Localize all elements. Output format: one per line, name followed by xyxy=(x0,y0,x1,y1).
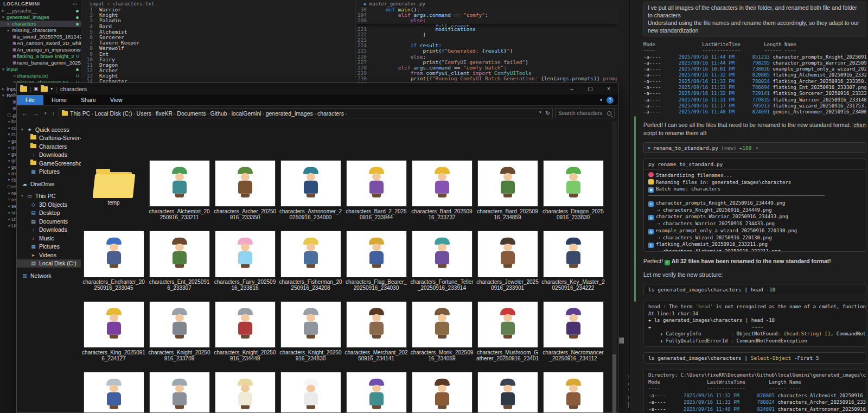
breadcrumb-segment[interactable]: generated_images xyxy=(264,110,315,117)
breadcrumb-segment[interactable]: localGemini xyxy=(230,110,263,117)
file-item[interactable]: characters_Enchanter_20250916_233045 xyxy=(81,227,146,298)
breadcrumb-segment[interactable]: This PC xyxy=(70,110,92,117)
tab-file[interactable]: File xyxy=(17,95,43,105)
file-item[interactable]: characters_Astronomer_20250916_234000 xyxy=(278,157,343,227)
properties-icon[interactable]: ▣ xyxy=(34,86,39,91)
explorer-titlebar[interactable]: | ▣ ▾ | characters – ▢ × xyxy=(17,83,618,94)
address-dropdown-icon[interactable]: ▾ xyxy=(539,110,541,116)
explorer-scrollbar[interactable] xyxy=(612,121,617,412)
nav-local-disk-c-[interactable]: ▤Local Disk (C:) xyxy=(17,259,81,268)
file-item[interactable]: characters_Knight_20250916_234449 xyxy=(212,298,278,368)
tree-item-generated-images[interactable]: ▾generated_images xyxy=(0,14,81,21)
breadcrumb-segment[interactable]: Documents xyxy=(175,110,207,117)
nav-craftoria-server-[interactable]: Craftoria-Server-✶ xyxy=(17,134,81,143)
file-item[interactable]: characters_Merchant_20250916_234141 xyxy=(343,298,409,368)
file-item[interactable]: characters_Flag_Bearer_20250916_234030 xyxy=(343,227,409,298)
file-item[interactable]: characters_Necromancer_20250916_234112 xyxy=(540,298,606,368)
file-item[interactable]: characters_Knight_20250916_233709 xyxy=(146,298,212,368)
tree-item-nano-banana-gemini-20250904-181256-[interactable]: ▦nano_banana_gemini_20250904_181256... xyxy=(0,60,81,66)
file-change-chip[interactable]: ◆rename_to_standard.py(new)+109• xyxy=(643,142,866,153)
command-ls-select-object[interactable]: ls generated_images\characters | Select-… xyxy=(643,352,866,364)
command-ls-head[interactable]: ls generated_images\characters | head -1… xyxy=(643,284,866,295)
nav-downloads[interactable]: ↓Downloads xyxy=(17,151,81,160)
breadcrumb-segment[interactable]: fixeKR xyxy=(154,110,174,117)
scrollbar-thumb[interactable] xyxy=(619,338,624,344)
nav-documents[interactable]: ▤Documents xyxy=(17,217,81,226)
tree-item--pycache-[interactable]: ▸__pycache__ xyxy=(0,8,81,14)
breadcrumb-segment[interactable]: characters xyxy=(316,110,346,117)
recent-locations-icon[interactable]: ▾ xyxy=(43,111,48,116)
file-item[interactable]: characters_Knight_20250916_234830 xyxy=(278,298,343,368)
file-item[interactable]: characters_Warrior_20250916_233140 xyxy=(540,368,606,412)
nav-desktop[interactable]: ▤Desktop xyxy=(17,209,81,218)
file-item[interactable]: characters_Paladin_20250916_234844 xyxy=(146,368,212,412)
file-item[interactable]: characters_Jeweler_20250916_233901 xyxy=(475,227,540,298)
nav-music[interactable]: ♪Music xyxy=(17,234,81,243)
file-item[interactable]: characters_Ent_20250916_233307 xyxy=(146,227,212,298)
file-item[interactable]: characters_Monk_20250916_234059 xyxy=(409,298,475,368)
tree-item-characters[interactable]: ▸characters xyxy=(0,21,81,27)
file-item[interactable]: characters_Tavern_Keeper_20250916_233750 xyxy=(409,368,475,412)
file-item[interactable]: characters_Mushroom_Gatherer_20250916_23… xyxy=(475,298,540,368)
nav-videos[interactable]: ▸Videos xyxy=(17,251,81,259)
tree-item-an-cartoon-sword-2d-white-20250905-[interactable]: ▦An_cartoon_sword_2D_white_20250905_... xyxy=(0,40,81,47)
nav-pictures[interactable]: ▦Pictures xyxy=(17,168,81,176)
minimize-button[interactable]: – xyxy=(563,83,581,94)
file-item[interactable]: characters_Archer_20250916_233350 xyxy=(212,157,278,227)
tab-home[interactable]: Home xyxy=(44,95,74,105)
file-item[interactable]: characters_Bard_20250916_233737 xyxy=(409,157,475,227)
back-button[interactable]: ← xyxy=(20,110,29,117)
file-item[interactable]: characters_Sorcerer_20250916_233225 xyxy=(343,368,409,412)
tree-item-missing-characters[interactable]: ▸missing_characters xyxy=(0,27,81,34)
file-item[interactable]: characters_Fisherman_20250916_234208 xyxy=(278,227,343,298)
tree-item-input[interactable]: ▾input xyxy=(0,66,81,73)
nav-downloads[interactable]: ↓Downloads xyxy=(17,226,81,234)
file-item[interactable]: characters_Priest_20250916_234236 xyxy=(212,368,278,412)
nav-quick-access[interactable]: ▾ ★Quick access xyxy=(17,125,81,134)
close-button[interactable]: × xyxy=(599,83,618,94)
editor-characters-txt[interactable]: input › characters.txt 1Warrior2Knight3P… xyxy=(82,0,355,82)
maximize-button[interactable]: ▢ xyxy=(581,83,599,94)
file-item[interactable]: characters_King_20250916_234127 xyxy=(81,298,146,368)
nav-characters[interactable]: Characters xyxy=(17,142,81,151)
tree-item-a-sword-20250705-181242-png[interactable]: ▦a_sword_20250705_181242.png xyxy=(0,34,81,40)
nav-pictures[interactable]: ▦Pictures xyxy=(17,243,81,251)
breadcrumb-segment[interactable]: Local Disk (C:) xyxy=(93,110,134,117)
tab-share[interactable]: Share xyxy=(74,95,103,105)
nav-onedrive[interactable]: ☁OneDrive xyxy=(17,180,81,188)
ribbon-expand-icon[interactable]: ▾ xyxy=(600,98,602,103)
file-item[interactable]: characters_Dragon_20250916_233830 xyxy=(540,157,606,227)
customize-toolbar-icon[interactable]: ▾ xyxy=(50,86,53,91)
tree-item-an-orange-in-impressionist-style-20250-[interactable]: ▦An_orange_in_impressionist_style_20250.… xyxy=(0,47,81,53)
breadcrumb-segment[interactable]: Users xyxy=(135,110,153,117)
nav-this-pc[interactable]: ▾ ▭This PC xyxy=(17,192,81,201)
nav-network[interactable]: ▥Network xyxy=(17,271,81,280)
file-item[interactable]: characters_Fortune_Teller_20250916_23391… xyxy=(409,227,475,298)
user-message[interactable]: I ve put all images of the characters in… xyxy=(643,2,866,36)
tree-item-characters-txt[interactable]: ≡characters.txtU xyxy=(0,73,81,79)
tab-view[interactable]: View xyxy=(103,95,130,105)
file-item[interactable]: characters_Key_Master_20250916_234222 xyxy=(540,227,606,298)
file-item[interactable]: characters_Thief_20250916_234044 xyxy=(475,368,540,412)
search-input[interactable]: Search characters xyxy=(555,108,615,118)
breadcrumb-segment[interactable]: Github xyxy=(209,110,229,117)
file-item[interactable]: characters_Alchemist_20250916_233211 xyxy=(146,157,212,227)
file-item[interactable]: characters_Royal_Cook_20250916_234156 xyxy=(278,368,343,412)
folder-item[interactable]: temp xyxy=(81,157,146,227)
refresh-icon[interactable]: ↻ xyxy=(546,110,550,116)
nav-3d-objects[interactable]: ◇3D Objects xyxy=(17,200,81,209)
file-item[interactable]: characters_Fairy_20250916_233816 xyxy=(212,227,278,298)
forward-button[interactable]: → xyxy=(31,110,41,117)
editor-scrollbar-strip[interactable] xyxy=(617,0,629,413)
tree-item-flatking-a-brave-knight-20250916-2-[interactable]: ▦flatking_a brave knight_20250916_2...U xyxy=(0,53,81,60)
editor-master-generator-py[interactable]: ◆ master_generator.py 38 def main():194 … xyxy=(355,0,617,82)
up-button[interactable]: ↑ xyxy=(50,110,57,117)
file-item[interactable]: characters_Paladin_20250916_233722 xyxy=(81,368,146,412)
nav-gamescreenshots[interactable]: GameScreenshots xyxy=(17,159,81,168)
file-item[interactable]: characters_Bard_20250916_234859 xyxy=(475,157,540,227)
help-icon[interactable]: ? xyxy=(607,97,614,104)
address-bar[interactable]: This PC › Local Disk (C:) › Users › fixe… xyxy=(59,108,553,118)
new-folder-icon[interactable] xyxy=(41,86,48,92)
more-actions-icon[interactable]: ⋯ xyxy=(73,1,78,7)
file-item[interactable]: characters_Bard_2_20250916_233944 xyxy=(343,157,409,227)
